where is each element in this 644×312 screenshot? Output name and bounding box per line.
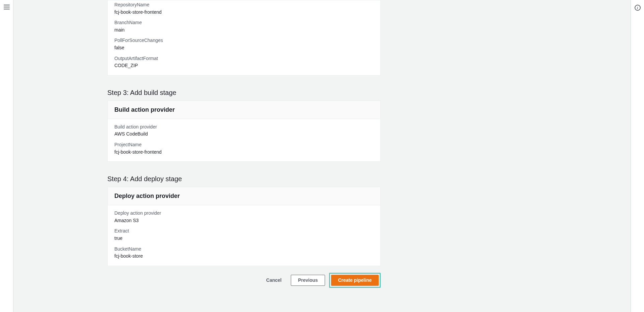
- deploy-panel-header: Deploy action provider: [108, 187, 380, 205]
- main-scroll-area[interactable]: RepositoryName fcj-book-store-frontend B…: [13, 0, 631, 312]
- field-value: CODE_ZIP: [114, 62, 374, 69]
- field-label: Build action provider: [114, 124, 374, 131]
- left-sidebar-rail: [0, 0, 13, 312]
- field-build-action-provider: Build action provider AWS CodeBuild: [114, 124, 374, 138]
- build-panel: Build action provider Build action provi…: [107, 101, 381, 162]
- cancel-button[interactable]: Cancel: [261, 275, 287, 286]
- field-label: BranchName: [114, 19, 374, 26]
- build-panel-title: Build action provider: [114, 106, 374, 113]
- create-pipeline-button[interactable]: Create pipeline: [331, 275, 379, 286]
- field-value: false: [114, 45, 374, 51]
- menu-icon[interactable]: [4, 5, 10, 9]
- build-panel-header: Build action provider: [108, 101, 380, 119]
- field-label: PollForSourceChanges: [114, 37, 374, 44]
- field-project-name: ProjectName fcj-book-store-frontend: [114, 142, 374, 155]
- field-value: AWS CodeBuild: [114, 131, 374, 138]
- info-icon[interactable]: i: [635, 5, 641, 11]
- previous-button[interactable]: Previous: [291, 275, 325, 286]
- field-label: BucketName: [114, 246, 374, 253]
- field-value: fcj-book-store-frontend: [114, 149, 374, 156]
- field-bucket-name: BucketName fcj-book-store: [114, 246, 374, 260]
- field-label: Deploy action provider: [114, 210, 374, 217]
- field-value: true: [114, 235, 374, 242]
- field-label: ProjectName: [114, 142, 374, 148]
- deploy-panel-title: Deploy action provider: [114, 193, 374, 200]
- field-value: fcj-book-store: [114, 253, 374, 260]
- right-sidebar-rail: i: [631, 0, 644, 312]
- field-label: RepositoryName: [114, 2, 374, 8]
- field-branch-name: BranchName main: [114, 19, 374, 33]
- wizard-button-row: Cancel Previous Create pipeline: [107, 273, 381, 288]
- deploy-panel: Deploy action provider Deploy action pro…: [107, 187, 381, 266]
- field-repository-name: RepositoryName fcj-book-store-frontend: [114, 2, 374, 15]
- field-value: Amazon S3: [114, 217, 374, 224]
- step3-title: Step 3: Add build stage: [107, 89, 381, 97]
- field-deploy-action-provider: Deploy action provider Amazon S3: [114, 210, 374, 224]
- field-output-artifact-format: OutputArtifactFormat CODE_ZIP: [114, 55, 374, 69]
- source-panel: RepositoryName fcj-book-store-frontend B…: [107, 0, 381, 75]
- create-button-highlight: Create pipeline: [329, 273, 381, 288]
- field-poll-source-changes: PollForSourceChanges false: [114, 37, 374, 51]
- field-extract: Extract true: [114, 228, 374, 242]
- field-value: main: [114, 27, 374, 34]
- field-value: fcj-book-store-frontend: [114, 9, 374, 16]
- field-label: OutputArtifactFormat: [114, 55, 374, 62]
- step4-title: Step 4: Add deploy stage: [107, 175, 381, 183]
- field-label: Extract: [114, 228, 374, 235]
